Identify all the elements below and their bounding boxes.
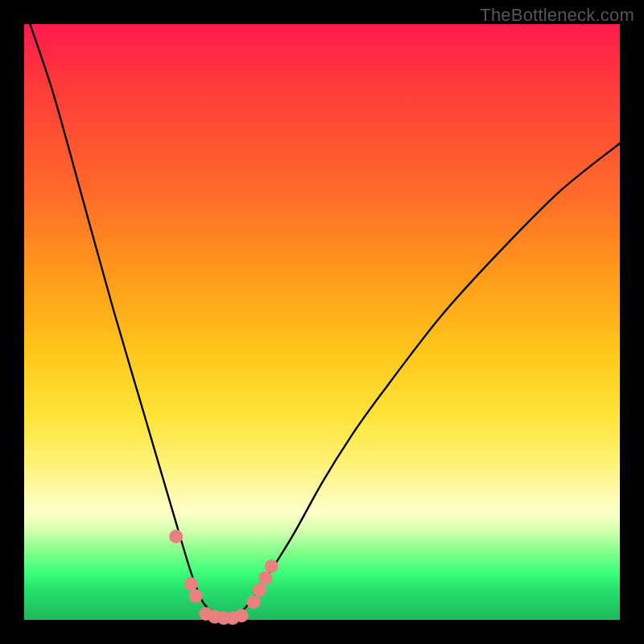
plot-area	[24, 24, 620, 620]
outer-frame: TheBottleneck.com	[0, 0, 644, 644]
marker-dot	[246, 595, 260, 609]
chart-svg	[24, 24, 620, 620]
marker-dot	[184, 577, 198, 591]
curve-layer	[30, 24, 620, 620]
marker-dot	[189, 589, 203, 603]
marker-dot	[258, 572, 272, 585]
watermark-text: TheBottleneck.com	[480, 5, 634, 26]
marker-dot	[169, 530, 183, 543]
marker-layer	[169, 530, 278, 625]
marker-dot	[235, 609, 249, 622]
bottleneck-curve-path	[30, 24, 620, 620]
marker-dot	[253, 584, 266, 597]
marker-dot	[265, 559, 279, 573]
